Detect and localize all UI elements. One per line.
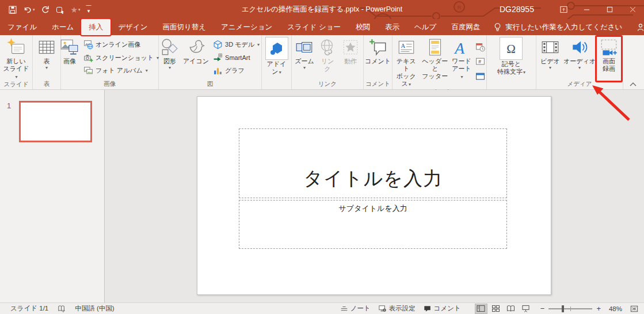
- svg-text:Ω: Ω: [507, 42, 516, 56]
- svg-text:A: A: [401, 43, 405, 49]
- dropdown-arrow-icon: ▾: [257, 42, 260, 47]
- dropdown-arrow-icon: ▾: [460, 74, 463, 80]
- pictures-button[interactable]: 画像: [58, 36, 81, 80]
- screenshot-button[interactable]: スクリーンショット ▾: [82, 53, 160, 63]
- tab-help[interactable]: ヘルプ: [407, 19, 444, 35]
- tab-baidu-netdisk[interactable]: 百度网盘: [444, 19, 487, 35]
- chart-button[interactable]: グラフ: [212, 66, 261, 75]
- online-pictures-icon: [83, 40, 93, 50]
- date-time-button[interactable]: [474, 42, 486, 52]
- symbol-button[interactable]: Ω 記号と 特殊文字▾: [496, 36, 527, 80]
- chart-icon: [213, 66, 223, 75]
- tab-transitions[interactable]: 画面切り替え: [155, 19, 214, 35]
- zoom-control: − +: [540, 305, 601, 312]
- reading-view-button[interactable]: [505, 304, 517, 314]
- screen-recording-icon: [599, 37, 619, 57]
- icons-button[interactable]: アイコン: [181, 36, 211, 80]
- save-button[interactable]: [8, 0, 17, 19]
- smartart-button[interactable]: SmartArt: [212, 53, 261, 63]
- zoom-out-button[interactable]: −: [540, 305, 545, 312]
- favorite-button[interactable]: ★ ▾: [71, 0, 81, 19]
- display-settings-button[interactable]: 表示設定: [379, 304, 416, 313]
- tab-animations[interactable]: アニメーション: [214, 19, 280, 35]
- addins-icon: [265, 37, 288, 60]
- subtitle-placeholder[interactable]: サブタイトルを入力: [239, 200, 506, 249]
- customize-quick-access-toolbar-button[interactable]: ⎺▾: [86, 0, 92, 19]
- zoom-in-button[interactable]: +: [596, 305, 601, 312]
- group-label-images: 画像: [61, 80, 158, 89]
- dropdown-arrow-icon: ▾: [523, 70, 525, 75]
- slide-thumbnail[interactable]: [19, 101, 92, 142]
- tab-design[interactable]: デザイン: [110, 19, 155, 35]
- slide-canvas[interactable]: タイトルを入力 サブタイトルを入力: [197, 96, 551, 295]
- addins-button[interactable]: アドイ ン▾: [264, 36, 290, 80]
- tab-review[interactable]: 校閲: [348, 19, 378, 35]
- photo-album-button[interactable]: フォト アルバム ▾: [82, 66, 160, 75]
- wordart-button[interactable]: A ワード アート▾: [450, 36, 473, 88]
- zoom-slider-handle[interactable]: [562, 305, 564, 312]
- dropdown-arrow-icon: ▾: [33, 7, 35, 12]
- tab-insert[interactable]: 挿入: [81, 19, 110, 35]
- touch-mouse-mode-button[interactable]: [56, 0, 65, 19]
- minimize-icon: [583, 6, 590, 13]
- collapse-ribbon-button[interactable]: [629, 81, 637, 87]
- normal-view-button[interactable]: [475, 304, 487, 314]
- svg-text:#: #: [478, 59, 481, 65]
- tell-me-box[interactable]: 実行したい作業を入力してください: [487, 19, 628, 35]
- screen-recording-button[interactable]: 画面 録画: [597, 36, 620, 80]
- dropdown-arrow-icon: ▾: [303, 65, 306, 71]
- audio-button[interactable]: オーディオ ▾: [562, 36, 597, 80]
- maximize-button[interactable]: [598, 0, 621, 19]
- new-comment-button[interactable]: コメント: [363, 36, 393, 80]
- slide-number-button[interactable]: #: [474, 56, 486, 66]
- header-footer-button[interactable]: ヘッダーと フッター: [420, 36, 450, 88]
- shapes-button[interactable]: 図形 ▾: [158, 36, 181, 80]
- dropdown-arrow-icon: ▾: [409, 82, 411, 87]
- close-button[interactable]: [621, 0, 644, 19]
- table-icon: [37, 37, 56, 57]
- quick-access-toolbar: ▾ ★ ▾ ⎺▾: [0, 0, 92, 19]
- text-box-button[interactable]: A テキスト ボックス▾: [393, 36, 420, 88]
- tab-view[interactable]: 表示: [378, 19, 407, 35]
- video-button[interactable]: ビデオ ▾: [539, 36, 562, 80]
- tab-home[interactable]: ホーム: [44, 19, 81, 35]
- notes-button[interactable]: ノート: [340, 304, 371, 313]
- tab-slideshow[interactable]: スライド ショー: [280, 19, 348, 35]
- group-label-addins: [262, 80, 291, 89]
- table-button[interactable]: 表 ▾: [35, 36, 58, 80]
- comments-button[interactable]: コメント: [424, 304, 461, 313]
- status-bar: スライド 1/1 中国語 (中国) ノート 表示設定 コメント: [0, 302, 644, 314]
- undo-button[interactable]: ▾: [23, 0, 35, 19]
- share-button[interactable]: 共有: [628, 19, 644, 35]
- dropdown-arrow-icon: ▾: [78, 7, 81, 12]
- redo-button[interactable]: [41, 0, 50, 19]
- zoom-percentage[interactable]: 48%: [609, 305, 622, 312]
- new-slide-button[interactable]: 新しい スライド▾: [0, 36, 32, 80]
- title-placeholder[interactable]: タイトルを入力: [239, 128, 506, 198]
- language-indicator[interactable]: 中国語 (中国): [75, 304, 114, 313]
- zoom-slider[interactable]: [548, 308, 592, 309]
- share-person-icon: [637, 23, 644, 32]
- ribbon-group-slides: 新しい スライド▾ スライド: [0, 35, 33, 89]
- group-label-slides: スライド: [0, 80, 32, 89]
- action-button[interactable]: 動作: [339, 36, 362, 80]
- slideshow-view-button[interactable]: [520, 304, 532, 314]
- zoom-button[interactable]: ズーム ▾: [293, 36, 316, 80]
- 3d-model-icon: [213, 40, 223, 50]
- fit-slide-button[interactable]: [630, 305, 638, 313]
- ribbon-group-addins: アドイ ン▾: [262, 35, 292, 89]
- normal-view-icon: [477, 305, 485, 312]
- ribbon-display-options-button[interactable]: [552, 0, 575, 19]
- touch-mouse-mode-icon: [56, 5, 65, 14]
- tab-file[interactable]: ファイル: [0, 19, 44, 35]
- 3d-model-button[interactable]: 3D モデル ▾: [212, 40, 261, 50]
- online-pictures-button[interactable]: オンライン画像: [82, 40, 160, 50]
- ribbon-group-images: 画像 オンライン画像 スクリーンショット ▾: [61, 35, 159, 89]
- spellcheck-button[interactable]: [58, 305, 66, 313]
- object-button[interactable]: [474, 71, 486, 81]
- minimize-button[interactable]: [575, 0, 598, 19]
- slide-sorter-view-button[interactable]: [490, 304, 502, 314]
- ribbon-group-links: ズーム ▾ リン ク 動作 リンク: [292, 35, 364, 89]
- link-button[interactable]: リン ク: [316, 36, 339, 80]
- new-slide-icon: [6, 37, 26, 57]
